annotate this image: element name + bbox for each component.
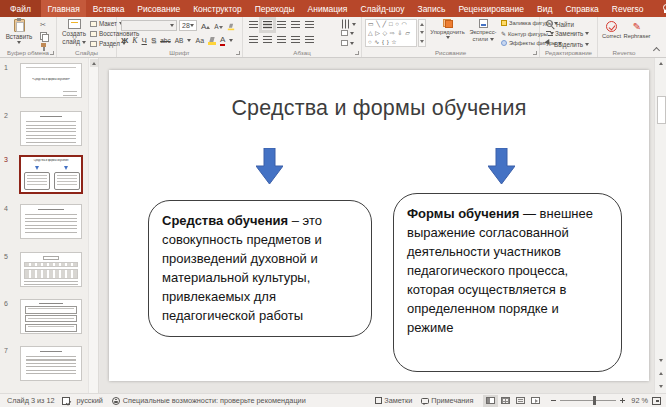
slide-title[interactable]: Средства и формы обучения [109,96,649,121]
slide-canvas[interactable]: Средства и формы обучения Средства обуче… [109,70,649,381]
thumbnail-content [20,111,82,146]
font-name-combo[interactable] [121,20,177,31]
shrink-font-button[interactable]: А [214,23,222,30]
normal-view-button[interactable] [483,395,498,407]
accessibility-icon[interactable] [112,397,120,405]
reverso-rephraser-button[interactable]: ✎ Rephraser [624,21,650,39]
copy-button[interactable] [40,32,47,40]
slide-counter[interactable]: Слайд 3 из 12 [7,396,55,405]
down-arrow-shape-left[interactable] [256,148,283,184]
shapes-gallery[interactable]: ▭ ╲ ╱ □ ○ ◠ △ ▷ ◇ ⇨ ⇩ ▱ ○ ∿ { } ☆ [365,19,417,47]
tab-reverso[interactable]: Reverso [605,0,650,17]
reading-view-button[interactable] [513,395,528,407]
tab-home[interactable]: Главная [41,0,86,17]
justify-button[interactable] [291,36,300,44]
tab-insert[interactable]: Вставка [86,0,131,17]
scroll-up-button[interactable] [90,59,98,67]
next-slide-button[interactable] [657,382,666,391]
slide-thumbnail-panel: 1 «Средства и формы обучения» 2 3 Средст… [0,58,88,393]
italic-button[interactable]: К [132,36,137,45]
scrollbar-thumb[interactable] [657,96,666,124]
dialog-launcher-icon[interactable] [236,51,240,55]
zoom-slider[interactable] [560,400,616,401]
dialog-launcher-icon[interactable] [355,51,359,55]
columns-button[interactable] [305,36,314,44]
tab-file[interactable]: Файл [0,0,41,17]
fit-to-window-icon[interactable] [652,397,661,405]
thumbnail-slide-5[interactable]: 5 [0,252,88,289]
quick-styles-button[interactable]: Экспресс- стили [467,19,499,42]
align-text-button[interactable] [341,30,354,36]
text-shadow-button[interactable]: S [151,36,156,45]
thumbnail-slide-4[interactable]: 4 [0,204,88,241]
line-spacing-button[interactable] [305,21,314,29]
tab-slideshow[interactable]: Слайд-шоу [354,0,411,17]
change-case-button[interactable]: Аа [195,37,204,44]
zoom-in-button[interactable] [620,398,625,403]
align-center-button[interactable] [263,36,272,44]
accessibility-status[interactable]: Специальные возможности: проверьте реком… [123,396,306,405]
thumbnail-slide-3-selected[interactable]: 3 Средства и формы обучения [0,155,88,196]
paste-button[interactable]: Вставить [4,19,34,44]
thumbnail-slide-7[interactable]: 7 [0,346,88,383]
highlight-color-button[interactable] [208,37,216,45]
bullets-button[interactable] [249,21,258,29]
tab-record[interactable]: Запись [411,0,452,17]
align-right-button[interactable] [277,36,286,44]
underline-button[interactable]: Ч [142,36,147,45]
chevron-down-icon [170,24,174,27]
notes-toggle[interactable]: Заметки [375,396,412,405]
tab-design[interactable]: Конструктор [187,0,248,17]
increase-indent-button[interactable] [291,21,300,29]
strikethrough-button[interactable]: abc [160,37,170,44]
convert-smartart-button[interactable] [341,40,354,46]
shapes-gallery-scrollbar[interactable] [418,19,426,47]
tab-help[interactable]: Справка [559,0,605,17]
text-box-means-of-teaching[interactable]: Средства обучения – это совокупность пре… [148,200,372,337]
decrease-indent-button[interactable] [277,21,286,29]
find-button[interactable]: Найти [546,20,574,28]
dialog-launcher-icon[interactable] [533,51,537,55]
comments-toggle[interactable]: Примечания [421,396,473,405]
character-spacing-button[interactable]: АВ [175,37,184,44]
grow-font-button[interactable]: А [201,22,210,31]
thumbnail-slide-6[interactable]: 6 [0,299,88,336]
dialog-launcher-icon[interactable] [50,51,54,55]
language-indicator[interactable]: русский [77,396,103,405]
scroll-up-button[interactable] [657,59,666,68]
arrange-button[interactable]: Упорядочить [429,19,466,39]
text-box-forms-of-teaching[interactable]: Формы обучения — внешнее выражение согла… [393,193,622,372]
tab-draw[interactable]: Рисование [131,0,187,17]
tell-me-box[interactable]: Что вы хотите сделать? [662,0,666,17]
numbering-button[interactable] [263,21,272,29]
select-button[interactable]: Выделить [546,40,589,48]
tab-animations[interactable]: Анимация [301,0,354,17]
text-direction-button[interactable] [341,20,356,28]
zoom-percentage[interactable]: 92 % [631,396,648,405]
thumbnail-scrollbar[interactable] [88,58,99,393]
tab-review[interactable]: Рецензирование [452,0,531,17]
down-arrow-shape-right[interactable] [488,148,515,184]
collapse-ribbon-icon[interactable] [653,47,660,54]
align-left-button[interactable] [249,36,258,44]
replace-button[interactable]: Заменить [546,30,589,37]
spell-check-icon[interactable] [62,397,70,405]
thumbnail-slide-2[interactable]: 2 [0,111,88,148]
reverso-correct-button[interactable]: Correct [599,21,624,39]
new-slide-button[interactable]: Создать слайд [59,19,89,45]
font-size-combo[interactable]: 28 [179,20,197,31]
previous-slide-button[interactable] [657,369,666,378]
thumbnail-slide-1[interactable]: 1 «Средства и формы обучения» [0,63,88,100]
scroll-down-button[interactable] [657,356,666,365]
tab-transitions[interactable]: Переходы [248,0,301,17]
font-color-button[interactable]: А [220,35,225,46]
zoom-slider-thumb[interactable] [593,396,596,405]
clear-formatting-icon[interactable] [227,23,233,29]
cut-button[interactable]: ✂ [40,21,46,28]
slide-sorter-view-button[interactable] [498,395,513,407]
slideshow-view-button[interactable] [528,395,543,407]
zoom-out-button[interactable] [551,400,556,401]
bold-button[interactable]: Ж [121,36,128,45]
tab-view[interactable]: Вид [531,0,559,17]
vertical-scrollbar[interactable] [654,58,666,393]
